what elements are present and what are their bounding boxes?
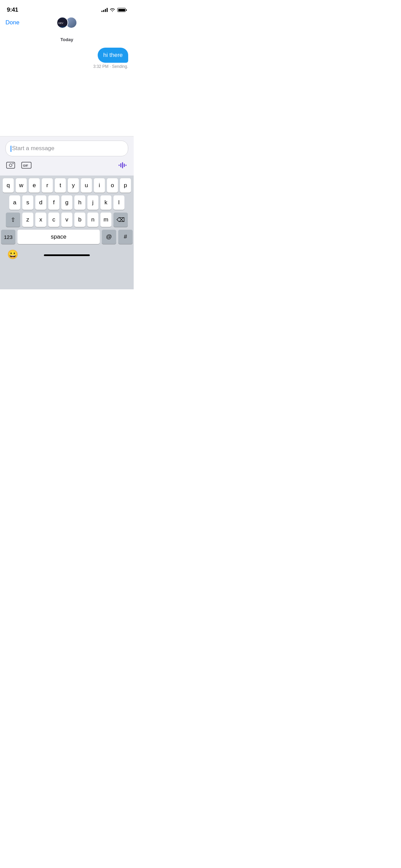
key-n[interactable]: n <box>87 213 98 227</box>
at-key[interactable]: @ <box>102 230 116 244</box>
message-placeholder: Start a message <box>12 145 54 152</box>
svg-text:GEV: GEV <box>58 22 63 24</box>
numbers-key[interactable]: 123 <box>1 230 15 244</box>
chat-area: Today hi there 3:32 PM · Sending. <box>0 30 134 126</box>
keyboard-row-1: q w e r t y u i o p <box>1 178 133 193</box>
date-separator: Today <box>5 37 128 42</box>
svg-point-4 <box>13 163 14 164</box>
delete-key[interactable]: ⌫ <box>113 213 128 227</box>
key-x[interactable]: x <box>35 213 46 227</box>
svg-rect-9 <box>122 162 123 168</box>
header-avatars: GEV <box>57 17 77 28</box>
input-toolbar-left: GIF <box>5 160 32 170</box>
key-d[interactable]: d <box>35 195 46 210</box>
key-a[interactable]: a <box>9 195 20 210</box>
status-icons <box>101 8 127 12</box>
signal-bars-icon <box>101 8 108 12</box>
key-v[interactable]: v <box>61 213 72 227</box>
key-c[interactable]: c <box>48 213 59 227</box>
avatar-first: GEV <box>57 17 68 28</box>
key-e[interactable]: e <box>29 178 40 193</box>
message-status: 3:32 PM · Sending. <box>93 64 128 69</box>
key-b[interactable]: b <box>74 213 85 227</box>
key-g[interactable]: g <box>61 195 72 210</box>
key-s[interactable]: s <box>22 195 33 210</box>
key-w[interactable]: w <box>16 178 27 193</box>
message-input-box[interactable]: Start a message <box>5 141 128 156</box>
voice-icon <box>116 159 128 171</box>
key-h[interactable]: h <box>74 195 85 210</box>
message-bubble: hi there <box>98 48 128 63</box>
key-l[interactable]: l <box>113 195 124 210</box>
key-u[interactable]: u <box>81 178 92 193</box>
photo-button[interactable] <box>5 160 16 170</box>
shift-key[interactable]: ⇧ <box>6 213 20 227</box>
input-area: Start a message GIF <box>0 136 134 176</box>
hash-key[interactable]: # <box>118 230 133 244</box>
key-p[interactable]: p <box>120 178 131 193</box>
key-i[interactable]: i <box>94 178 105 193</box>
space-key[interactable]: space <box>17 230 100 244</box>
status-time: 9:41 <box>7 7 18 13</box>
keyboard: q w e r t y u i o p a s d f g h j k l ⇧ … <box>0 176 134 289</box>
svg-rect-8 <box>120 163 121 167</box>
wifi-icon <box>110 8 115 12</box>
emoji-icon: 😀 <box>7 249 18 260</box>
battery-icon <box>117 8 127 12</box>
input-toolbar: GIF <box>5 159 128 171</box>
done-button[interactable]: Done <box>5 19 20 26</box>
home-indicator <box>44 254 90 256</box>
text-cursor <box>11 146 11 152</box>
keyboard-row-3: ⇧ z x c v b n m ⌫ <box>1 213 133 227</box>
gif-icon: GIF <box>21 160 32 170</box>
keyboard-bottom: 😀 <box>1 247 133 263</box>
key-t[interactable]: t <box>55 178 66 193</box>
keyboard-row-2: a s d f g h j k l <box>1 195 133 210</box>
message-container-outgoing: hi there 3:32 PM · Sending. <box>5 48 128 69</box>
svg-rect-7 <box>119 165 120 166</box>
key-f[interactable]: f <box>48 195 59 210</box>
key-q[interactable]: q <box>3 178 14 193</box>
voice-button[interactable] <box>116 159 128 171</box>
key-m[interactable]: m <box>100 213 111 227</box>
key-j[interactable]: j <box>87 195 98 210</box>
key-y[interactable]: y <box>68 178 79 193</box>
key-z[interactable]: z <box>22 213 33 227</box>
message-text: hi there <box>103 52 123 58</box>
svg-point-3 <box>9 164 12 167</box>
key-k[interactable]: k <box>100 195 111 210</box>
status-bar: 9:41 <box>0 0 134 15</box>
svg-rect-11 <box>125 165 126 166</box>
emoji-button[interactable]: 😀 <box>7 248 19 261</box>
key-o[interactable]: o <box>107 178 118 193</box>
key-r[interactable]: r <box>42 178 53 193</box>
header: Done GEV <box>0 15 134 30</box>
photo-icon <box>6 160 15 170</box>
gif-button[interactable]: GIF <box>21 160 32 170</box>
svg-rect-2 <box>7 162 15 168</box>
keyboard-row-4: 123 space @ # <box>1 230 133 244</box>
svg-text:GIF: GIF <box>23 164 28 167</box>
svg-rect-10 <box>124 164 125 167</box>
